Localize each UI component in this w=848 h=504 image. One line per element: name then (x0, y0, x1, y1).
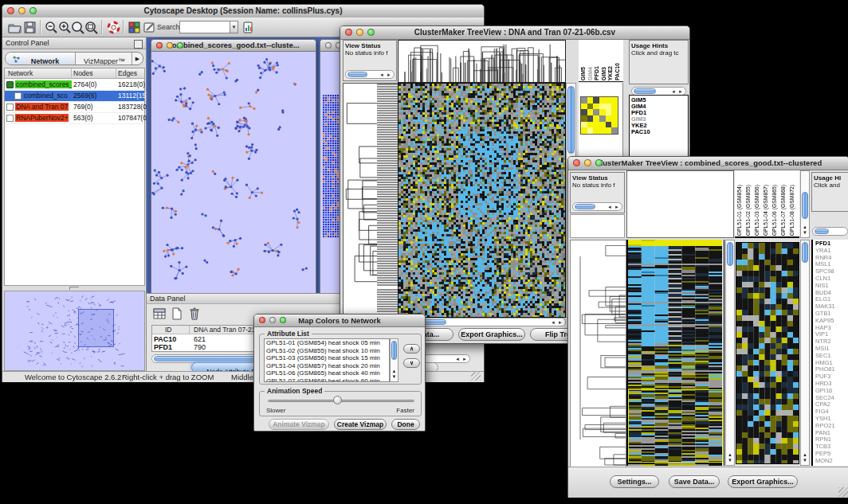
scrollbar-thumb[interactable] (391, 341, 397, 360)
minimize-button[interactable] (167, 42, 173, 49)
move-down-button[interactable]: ∨ (403, 358, 420, 368)
scroll-right-arrow[interactable]: ► (614, 203, 620, 211)
attribute-list-item[interactable]: GPL51-06 (GSM865) heat shock 40 min (265, 369, 389, 377)
panel-splitter[interactable] (69, 287, 79, 290)
attribute-table-icon[interactable] (153, 307, 166, 320)
close-button[interactable] (573, 159, 580, 166)
tv2-selection-rect[interactable] (628, 389, 723, 463)
open-file-icon[interactable] (8, 21, 22, 34)
tv2-labels-vscrollbar[interactable]: ▲ ▼ (800, 170, 810, 238)
tv1-heatmap[interactable] (398, 83, 566, 318)
zoom-in-icon[interactable] (58, 21, 72, 34)
row-id[interactable]: PAC10 (154, 335, 176, 343)
attribute-list-item[interactable]: GPL51-01 (GSM854) heat shock 05 min (265, 339, 389, 347)
scroll-down-arrow[interactable]: ▼ (391, 374, 398, 380)
resize-grip[interactable] (471, 371, 481, 381)
treeview1-titlebar[interactable]: ClusterMaker TreeView : DNA and Tran 07-… (340, 26, 689, 40)
col-header-network[interactable]: Network (8, 69, 33, 77)
scroll-left-arrow[interactable]: ◄ (550, 318, 556, 326)
zoom-window-button[interactable] (595, 159, 603, 166)
close-button[interactable] (325, 42, 332, 49)
scroll-up-arrow[interactable]: ▲ (801, 225, 809, 230)
minimize-button[interactable] (356, 29, 363, 36)
row-value[interactable]: 790 (194, 343, 206, 351)
scroll-up-arrow[interactable]: ▲ (726, 452, 734, 458)
close-button[interactable] (345, 29, 352, 36)
tab-network[interactable]: Network (6, 53, 76, 64)
zoom-window-button[interactable] (367, 29, 375, 36)
tv1-column-dendrogram[interactable] (398, 40, 566, 83)
network-canvas[interactable] (151, 52, 316, 293)
close-button[interactable] (7, 7, 14, 14)
row-id[interactable]: PFD1 (154, 343, 172, 351)
tv1-row-dendrogram[interactable] (343, 83, 398, 318)
tv2-gene-label[interactable]: MON2 (815, 458, 848, 465)
network-table-row[interactable]: combined_scores_2764(0)16218(0) (5, 80, 144, 91)
zoom-fit-icon[interactable] (84, 21, 98, 34)
cytoscape-titlebar[interactable]: Cytoscape Desktop (Session Name: collins… (2, 5, 484, 18)
tab-vizmapper[interactable]: VizMapper™ (77, 53, 132, 64)
tv2-status-scrollbar[interactable]: ◄ ► (572, 202, 622, 211)
scrollbar-thumb[interactable] (634, 88, 656, 94)
animate-vizmap-button[interactable]: Animate Vizmap (269, 419, 329, 430)
attribute-list-scrollbar[interactable]: ▲ ▼ (390, 338, 398, 382)
scrollbar-thumb[interactable] (567, 86, 575, 154)
tv2-global-heatmap[interactable] (736, 242, 799, 464)
attribute-list-item[interactable]: GPL51-03 (GSM856) heat shock 15 min (265, 354, 389, 362)
tv2-global-vscrollbar[interactable]: ▲ ▼ (800, 240, 810, 466)
speed-slider-thumb[interactable] (333, 396, 342, 404)
tv1-mini-heatmap[interactable] (580, 96, 618, 135)
tv1-gene-label[interactable]: PAC10 (631, 129, 686, 135)
scrollbar-thumb[interactable] (802, 192, 808, 219)
zoom-window-button[interactable] (280, 317, 286, 323)
tv2-column-dendrogram-area[interactable] (626, 170, 734, 238)
scroll-right-arrow[interactable]: ► (557, 318, 563, 326)
scroll-down-arrow[interactable]: ▼ (801, 230, 809, 236)
tv2-settings-button[interactable]: Settings... (610, 475, 659, 488)
tab-overflow-arrow[interactable]: ▶ (132, 53, 143, 64)
attribute-list-item[interactable]: GPL51-07 (GSM868) heat shock 60 min (265, 377, 389, 382)
scrollbar-thumb[interactable] (727, 242, 733, 266)
scroll-up-arrow[interactable]: ▲ (391, 369, 398, 374)
attribute-list-item[interactable]: GPL51-02 (GSM855) heat shock 10 min (265, 347, 389, 355)
done-button[interactable]: Done (391, 419, 420, 430)
scrollbar-thumb[interactable] (154, 356, 265, 361)
zoom-selected-icon[interactable] (71, 21, 84, 34)
network-table-row[interactable]: DNA and Tran 07769(0)183728(0) (5, 102, 144, 113)
tv1-export-graphics-button[interactable]: Export Graphics... (458, 328, 525, 341)
move-up-button[interactable]: ∧ (403, 344, 420, 354)
tv2-usage-scrollbar[interactable] (812, 227, 848, 236)
network-table-row[interactable]: RNAPuberNov2+563(0)107847(0) (5, 113, 144, 124)
overview-canvas[interactable] (5, 291, 144, 370)
minimize-button[interactable] (584, 159, 591, 166)
new-attribute-icon[interactable] (171, 307, 183, 320)
save-session-icon[interactable] (23, 21, 37, 34)
row-value[interactable]: 621 (194, 335, 206, 343)
scroll-left-arrow[interactable]: ◄ (454, 355, 461, 363)
create-vizmap-button[interactable]: Create Vizmap (334, 419, 387, 430)
overview-viewport[interactable] (78, 309, 114, 347)
network-table-header[interactable]: Network Nodes Edges (5, 68, 144, 79)
scroll-left-arrow[interactable]: ◄ (607, 203, 613, 211)
network-table-row[interactable]: combined_sco2569(6)13112(15) (5, 91, 144, 102)
filter-icon[interactable] (241, 21, 255, 34)
float-panel-icon[interactable] (134, 40, 143, 49)
close-button[interactable] (259, 317, 265, 323)
minimize-button[interactable] (269, 317, 276, 323)
scrollbar-thumb[interactable] (575, 204, 595, 209)
tv2-heatmap-vscrollbar[interactable]: ▲ ▼ (725, 240, 735, 466)
tv2-row-dendrogram[interactable] (570, 240, 626, 467)
scroll-up-arrow[interactable]: ▲ (801, 452, 809, 458)
scrollbar-thumb[interactable] (802, 242, 808, 263)
annotation-icon[interactable] (143, 21, 156, 34)
col-header-edges[interactable]: Edges (118, 69, 137, 77)
resize-grip[interactable] (838, 487, 848, 497)
tv2-export-graphics-button[interactable]: Export Graphics... (728, 475, 798, 488)
id-column-header[interactable]: ID (165, 326, 172, 334)
scroll-right-arrow[interactable]: ► (461, 355, 468, 363)
scroll-down-arrow[interactable]: ▼ (726, 458, 734, 463)
zoom-out-icon[interactable] (45, 21, 58, 34)
search-dropdown-button[interactable]: ▼ (230, 21, 238, 33)
search-input[interactable] (179, 21, 232, 33)
scrollbar-thumb[interactable] (815, 229, 829, 234)
